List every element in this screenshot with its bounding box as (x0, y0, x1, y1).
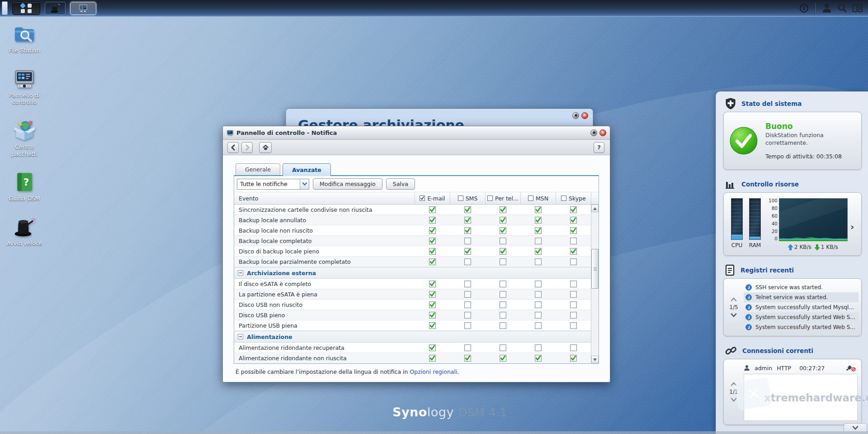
checkbox-skype-unchecked[interactable] (570, 238, 577, 244)
checkbox-sms-unchecked[interactable] (464, 301, 471, 308)
tab-avanzate[interactable]: Avanzate (283, 163, 331, 176)
main-menu-button[interactable] (12, 2, 40, 15)
search-button[interactable] (835, 0, 850, 16)
checkbox-msn-unchecked[interactable] (535, 312, 542, 319)
checkbox-skype-unchecked[interactable] (570, 258, 577, 265)
checkbox-phone-unchecked[interactable] (500, 258, 506, 265)
checkbox-msn-unchecked[interactable] (535, 291, 542, 298)
home-button[interactable] (259, 142, 272, 153)
checkbox-phone-checked[interactable] (500, 248, 506, 255)
collapse-section-icon[interactable] (238, 270, 243, 276)
header-checkbox-phone[interactable] (487, 196, 493, 201)
back-button[interactable] (227, 142, 239, 153)
column-header-email[interactable]: E-mail (415, 192, 450, 204)
desktop-icon-control-panel[interactable]: Pannello di controllo (3, 67, 46, 106)
checkbox-sms-checked[interactable] (464, 355, 471, 362)
disconnect-icon[interactable] (846, 365, 856, 372)
checkbox-phone-checked[interactable] (500, 206, 506, 213)
checkbox-sms-checked[interactable] (464, 206, 471, 213)
checkbox-email-checked[interactable] (429, 227, 436, 234)
control-panel-task-button[interactable] (70, 2, 96, 15)
desktop-icon-dsm-help[interactable]: ?Guida DSM (3, 171, 46, 202)
widget-panel-collapse-tab[interactable] (844, 423, 867, 432)
checkbox-phone-unchecked[interactable] (500, 301, 506, 308)
checkbox-sms-checked[interactable] (464, 248, 471, 255)
checkbox-sms-unchecked[interactable] (464, 291, 471, 298)
checkbox-skype-checked[interactable] (570, 248, 577, 255)
column-header-event[interactable]: Evento (234, 192, 415, 204)
desktop-icon-package-center[interactable]: Centro pacchetti (3, 119, 46, 157)
checkbox-msn-unchecked[interactable] (535, 238, 542, 244)
page-down-chevron[interactable] (731, 313, 737, 317)
checkbox-sms-unchecked[interactable] (464, 238, 471, 244)
scroll-down-arrow[interactable] (591, 356, 599, 363)
desktop-icon-quick-launch[interactable]: Avvio veloce (3, 215, 46, 247)
show-desktop-button[interactable] (2, 1, 8, 15)
pilot-view-button[interactable] (850, 0, 865, 16)
header-checkbox-email[interactable] (420, 196, 425, 201)
header-checkbox-skype[interactable] (561, 196, 566, 201)
quick-launch-button[interactable] (45, 2, 66, 15)
checkbox-skype-unchecked[interactable] (570, 281, 577, 287)
table-scrollbar[interactable] (591, 205, 599, 363)
checkbox-email-checked[interactable] (429, 291, 436, 298)
notification-filter-select[interactable]: Tutte le notifiche (237, 179, 309, 190)
checkbox-phone-unchecked[interactable] (500, 238, 506, 244)
checkbox-email-checked[interactable] (429, 312, 436, 319)
desktop-icon-file-station[interactable]: File Station (3, 23, 46, 54)
checkbox-skype-unchecked[interactable] (570, 301, 577, 308)
forward-button[interactable] (241, 142, 253, 153)
checkbox-skype-checked[interactable] (570, 217, 577, 224)
checkbox-phone-unchecked[interactable] (500, 344, 506, 351)
checkbox-email-checked[interactable] (429, 258, 436, 265)
collapse-section-icon[interactable] (238, 334, 243, 339)
info-button[interactable]: i (796, 0, 811, 16)
checkbox-phone-unchecked[interactable] (500, 281, 506, 287)
checkbox-skype-unchecked[interactable] (570, 344, 577, 351)
resource-expand-chevron[interactable]: › (850, 221, 854, 232)
checkbox-phone-checked[interactable] (500, 355, 506, 362)
checkbox-skype-unchecked[interactable] (570, 291, 577, 298)
checkbox-phone-unchecked[interactable] (500, 322, 506, 329)
checkbox-email-checked[interactable] (429, 281, 436, 287)
checkbox-email-checked[interactable] (429, 217, 436, 224)
checkbox-phone-checked[interactable] (500, 227, 506, 234)
checkbox-msn-checked[interactable] (535, 206, 542, 213)
checkbox-email-checked[interactable] (429, 301, 436, 308)
checkbox-msn-unchecked[interactable] (535, 281, 542, 287)
checkbox-skype-checked[interactable] (570, 227, 577, 234)
minimize-button[interactable] (572, 112, 579, 119)
column-header-skype[interactable]: Skype (556, 192, 591, 204)
checkbox-skype-checked[interactable] (570, 206, 577, 213)
checkbox-phone-unchecked[interactable] (500, 312, 506, 319)
checkbox-email-checked[interactable] (429, 322, 436, 329)
checkbox-email-checked[interactable] (429, 248, 436, 255)
header-checkbox-msn[interactable] (528, 196, 533, 201)
column-header-phone[interactable]: Per tel... (485, 192, 520, 204)
checkbox-sms-unchecked[interactable] (464, 312, 471, 319)
checkbox-sms-checked[interactable] (464, 217, 471, 224)
page-down-chevron[interactable] (731, 398, 737, 402)
regional-options-link[interactable]: Opzioni regionali (410, 368, 457, 375)
checkbox-email-checked[interactable] (429, 206, 436, 213)
dialog-titlebar[interactable]: Pannello di controllo - Notifica ✕ (223, 126, 610, 140)
checkbox-msn-unchecked[interactable] (535, 301, 542, 308)
checkbox-email-checked[interactable] (429, 344, 436, 351)
checkbox-skype-unchecked[interactable] (570, 322, 577, 329)
column-header-msn[interactable]: MSN (520, 192, 556, 204)
checkbox-email-checked[interactable] (429, 238, 436, 244)
checkbox-phone-checked[interactable] (500, 217, 506, 224)
page-up-chevron[interactable] (731, 297, 737, 301)
checkbox-msn-checked[interactable] (535, 217, 542, 224)
header-checkbox-sms[interactable] (458, 196, 463, 201)
checkbox-sms-unchecked[interactable] (464, 322, 471, 329)
checkbox-sms-unchecked[interactable] (464, 281, 471, 287)
scroll-up-arrow[interactable] (591, 205, 599, 212)
checkbox-sms-checked[interactable] (464, 227, 471, 234)
checkbox-phone-unchecked[interactable] (500, 291, 506, 298)
checkbox-msn-unchecked[interactable] (535, 322, 542, 329)
save-button[interactable]: Salva (386, 178, 415, 190)
column-header-sms[interactable]: SMS (450, 192, 485, 204)
tab-generale[interactable]: Generale (236, 163, 280, 175)
dialog-close-button[interactable]: ✕ (599, 129, 606, 136)
